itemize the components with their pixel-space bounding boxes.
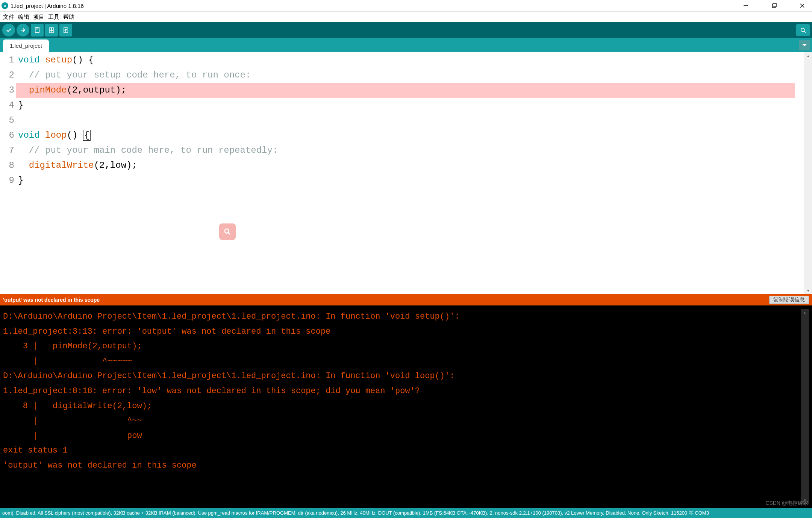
window-controls	[737, 0, 810, 11]
save-sketch-button[interactable]	[59, 24, 72, 36]
error-message: 'output' was not declared in this scope	[3, 297, 100, 303]
statusbar: oom), Disabled, All SSL ciphers (most co…	[0, 508, 812, 518]
scroll-up-icon[interactable]: ▴	[804, 52, 812, 59]
window-title: 1.led_project | Arduino 1.8.16	[11, 3, 737, 9]
console-scrollbar[interactable]: ▴ ▾	[801, 309, 809, 504]
arduino-logo-icon: ∞	[2, 2, 8, 9]
board-info: oom), Disabled, All SSL ciphers (most co…	[2, 510, 709, 516]
close-button[interactable]	[794, 0, 810, 11]
menu-project[interactable]: 项目	[32, 13, 46, 21]
menu-file[interactable]: 文件	[2, 13, 16, 21]
code-editor[interactable]: 1 2 3 4 5 6 7 8 9 void setup() { // put …	[0, 52, 812, 294]
line-number: 4	[0, 98, 14, 113]
console-output[interactable]: D:\Arduino\Arduino Project\Item\1.led_pr…	[3, 309, 801, 504]
menu-tools[interactable]: 工具	[47, 13, 61, 21]
tabbar: 1.led_project	[0, 38, 812, 52]
svg-line-11	[229, 233, 230, 235]
menu-help[interactable]: 帮助	[62, 13, 76, 21]
line-number: 5	[0, 113, 14, 128]
upload-button[interactable]	[17, 24, 29, 36]
tab-sketch[interactable]: 1.led_project	[3, 39, 49, 52]
line-number: 3	[0, 83, 14, 98]
code-area[interactable]: void setup() { // put your setup code he…	[18, 52, 804, 294]
error-highlight-line: pinMode(2,output);	[16, 83, 795, 98]
verify-button[interactable]	[2, 24, 15, 36]
maximize-button[interactable]	[765, 0, 782, 11]
error-status-bar: 'output' was not declared in this scope …	[0, 294, 812, 305]
svg-rect-2	[773, 3, 776, 7]
line-number: 2	[0, 68, 14, 83]
svg-rect-5	[35, 27, 39, 33]
cursor-position: {	[83, 130, 91, 141]
open-sketch-button[interactable]	[45, 24, 58, 36]
line-number: 6	[0, 128, 14, 143]
new-sketch-button[interactable]	[31, 24, 44, 36]
minimize-button[interactable]	[737, 0, 754, 11]
compiler-console: D:\Arduino\Arduino Project\Item\1.led_pr…	[0, 305, 812, 508]
line-gutter: 1 2 3 4 5 6 7 8 9	[0, 52, 18, 294]
menubar: 文件 编辑 项目 工具 帮助	[0, 12, 812, 22]
svg-point-10	[225, 229, 229, 233]
search-icon[interactable]	[219, 223, 236, 240]
tab-dropdown-button[interactable]	[799, 40, 810, 50]
line-number: 7	[0, 143, 14, 158]
toolbar	[0, 22, 812, 38]
line-number: 9	[0, 173, 14, 188]
serial-monitor-button[interactable]	[796, 24, 810, 36]
copy-error-button[interactable]: 复制错误信息	[769, 296, 809, 304]
menu-edit[interactable]: 编辑	[17, 13, 31, 21]
editor-scrollbar[interactable]: ▴ ▾	[804, 52, 812, 294]
line-number: 8	[0, 158, 14, 173]
watermark: CSDN @电控砖家	[765, 500, 808, 507]
scroll-up-icon[interactable]: ▴	[801, 309, 809, 317]
svg-point-8	[801, 28, 804, 32]
line-number: 1	[0, 53, 14, 68]
titlebar: ∞ 1.led_project | Arduino 1.8.16	[0, 0, 812, 12]
svg-line-9	[804, 31, 806, 33]
scroll-down-icon[interactable]: ▾	[804, 287, 812, 294]
